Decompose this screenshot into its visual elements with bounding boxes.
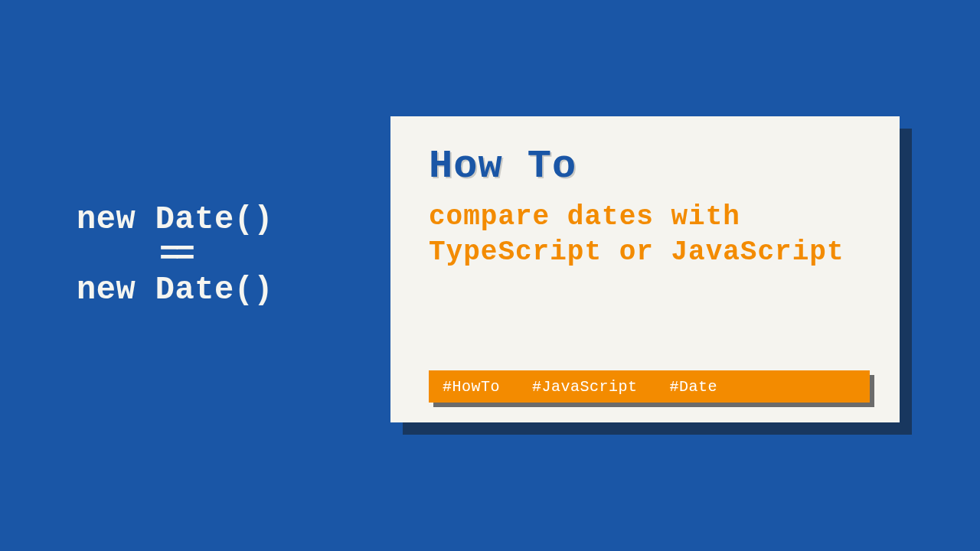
card-title: How To	[429, 144, 869, 189]
title-card: How To compare dates with TypeScript or …	[390, 116, 900, 422]
code-snippet: new Date() == new Date()	[77, 199, 273, 311]
code-line-2: new Date()	[77, 269, 273, 311]
code-line-1: new Date()	[77, 199, 273, 241]
tag-item: #HowTo	[443, 378, 500, 396]
code-equals: ==	[77, 241, 273, 269]
tags-bar: #HowTo #JavaScript #Date	[429, 370, 870, 403]
tag-item: #Date	[670, 378, 718, 396]
tag-item: #JavaScript	[532, 378, 638, 396]
card-subtitle: compare dates with TypeScript or JavaScr…	[429, 200, 869, 270]
